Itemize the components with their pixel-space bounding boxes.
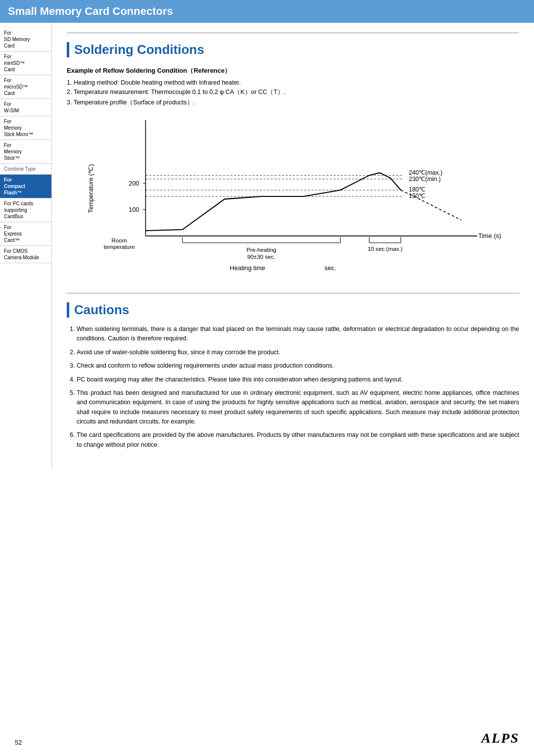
caution-item-3: Check and conform to reflow soldering re…: [77, 361, 519, 371]
sidebar-item-micro-sd-card[interactable]: For microSD™ Card: [0, 75, 51, 99]
svg-text:100: 100: [129, 206, 139, 213]
top-divider: [67, 33, 519, 33]
soldering-title: Soldering Conditions: [67, 42, 519, 57]
sidebar-item-memory-stick[interactable]: For Memory Stick™: [0, 140, 51, 164]
page-number: 52: [15, 739, 22, 746]
svg-text:Room: Room: [112, 237, 127, 243]
svg-text:90±30 sec.: 90±30 sec.: [247, 253, 275, 260]
sidebar-item-sd-memory-card[interactable]: For SD Memory Card: [0, 28, 51, 51]
content-area: Soldering Conditions Example of Reflow S…: [52, 23, 534, 469]
svg-text:sec.: sec.: [324, 264, 336, 272]
header-title: Small Memory Card Connectors: [8, 5, 173, 18]
svg-text:temperature: temperature: [104, 243, 135, 250]
sidebar-item-pc-cards-cardbus[interactable]: For PC cards supporting CardBus: [0, 198, 51, 222]
svg-text:Time (s): Time (s): [478, 232, 501, 239]
cautions-divider: [67, 293, 519, 293]
main-layout: For SD Memory CardFor miniSD™ CardFor mi…: [0, 23, 534, 469]
sidebar-item-w-sim[interactable]: For W-SIM: [0, 99, 51, 116]
alps-logo: ALPS: [482, 730, 519, 746]
caution-item-1: When soldering terminals, there is a dan…: [77, 325, 519, 344]
sidebar-item-compact-flash[interactable]: For Compact Flash™: [0, 175, 51, 198]
caution-item-2: Avoid use of water-soluble soldering flu…: [77, 348, 519, 357]
example-heading: Example of Reflow Soldering Condition（Re…: [67, 66, 519, 75]
sidebar-item-mini-sd-card[interactable]: For miniSD™ Card: [0, 51, 51, 75]
svg-text:Temperature (℃): Temperature (℃): [87, 164, 94, 213]
sidebar-item-express-card[interactable]: For Express Card™: [0, 222, 51, 246]
svg-text:230℃(min.): 230℃(min.): [409, 176, 441, 183]
sidebar-item-memory-stick-micro[interactable]: For Memory Stick Micro™: [0, 116, 51, 140]
example-list: 1. Heating method: Double heating method…: [67, 79, 519, 107]
footer: 52 ALPS: [0, 730, 534, 746]
chart-container: Temperature (℃) 100 200: [67, 115, 519, 278]
example-item-1: 1. Heating method: Double heating method…: [67, 79, 519, 86]
svg-text:200: 200: [129, 180, 139, 187]
cautions-list: When soldering terminals, there is a dan…: [67, 325, 519, 450]
reflow-chart: Temperature (℃) 100 200: [67, 115, 519, 278]
caution-item-5: This product has been designed and manuf…: [77, 388, 519, 427]
sidebar-item-combine-type[interactable]: Combine Type: [0, 164, 51, 175]
sidebar-item-cmos-camera-module[interactable]: For CMOS Camera Module: [0, 246, 51, 263]
svg-text:Pre-heating: Pre-heating: [246, 246, 276, 253]
caution-item-4: PC board warping may alter the character…: [77, 375, 519, 384]
svg-text:150℃: 150℃: [409, 192, 425, 199]
example-item-3: 3. Temperature profile（Surface of produc…: [67, 98, 519, 107]
svg-text:Heating time: Heating time: [230, 264, 266, 272]
sidebar: For SD Memory CardFor miniSD™ CardFor mi…: [0, 23, 52, 469]
caution-item-6: The card specifications are provided by …: [77, 430, 519, 450]
cautions-title: Cautions: [67, 302, 519, 318]
page-header: Small Memory Card Connectors: [0, 0, 534, 23]
svg-text:10 sec.(max.): 10 sec.(max.): [367, 245, 402, 252]
example-heading-text: Example of Reflow Soldering Condition（Re…: [67, 67, 231, 74]
example-item-2: 2. Temperature measurement: Thermocouple…: [67, 88, 519, 96]
